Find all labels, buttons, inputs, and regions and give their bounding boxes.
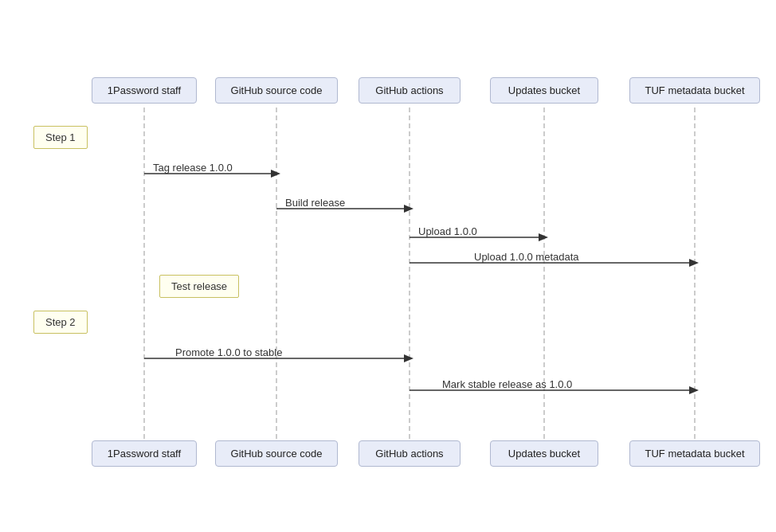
actor-tuf-bucket-bottom: TUF metadata bucket [629,440,760,467]
svg-marker-8 [404,205,413,213]
msg-upload-metadata: Upload 1.0.0 metadata [474,251,579,263]
actor-staff-top: 1Password staff [92,77,197,104]
actor-updates-bucket-bottom: Updates bucket [490,440,598,467]
actor-staff-bottom: 1Password staff [92,440,197,467]
svg-marker-16 [689,386,699,394]
msg-build-release: Build release [285,197,345,209]
svg-marker-14 [404,354,413,362]
svg-marker-10 [539,233,548,241]
actor-github-src-top: GitHub source code [215,77,338,104]
test-release-box: Test release [159,275,239,298]
step2-box: Step 2 [33,311,88,334]
actor-github-actions-top: GitHub actions [359,77,461,104]
msg-mark-stable: Mark stable release as 1.0.0 [442,378,572,390]
actor-tuf-bucket-top: TUF metadata bucket [629,77,760,104]
diagram-container: 1Password staff GitHub source code GitHu… [0,0,776,532]
step1-box: Step 1 [33,126,88,149]
actor-updates-bucket-top: Updates bucket [490,77,598,104]
msg-tag-release: Tag release 1.0.0 [153,162,233,174]
svg-marker-12 [689,259,699,267]
actor-github-src-bottom: GitHub source code [215,440,338,467]
svg-marker-6 [271,170,280,178]
msg-upload-100: Upload 1.0.0 [418,225,477,237]
msg-promote: Promote 1.0.0 to stable [175,346,282,358]
actor-github-actions-bottom: GitHub actions [359,440,461,467]
